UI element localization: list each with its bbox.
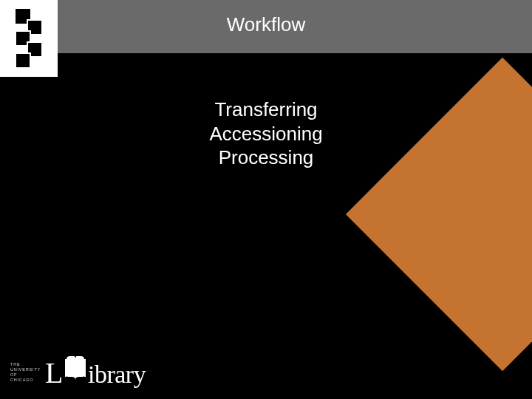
squares-icon (10, 7, 48, 69)
header-bar: Workflow (0, 0, 532, 53)
svg-rect-5 (65, 359, 66, 377)
svg-rect-4 (16, 53, 30, 68)
body-line: Accessioning (0, 122, 532, 146)
wordmark-rest: ibrary (88, 361, 146, 389)
body-line: Processing (0, 146, 532, 170)
institution-name: THE UNIVERSITY OF CHICAGO (10, 362, 41, 383)
institution-line: CHICAGO (10, 378, 41, 383)
corner-logo (0, 0, 58, 77)
institution-line: THE (10, 362, 41, 367)
svg-rect-6 (84, 359, 86, 377)
institution-line: OF (10, 372, 41, 378)
institution-line: UNIVERSITY (10, 367, 41, 372)
slide: Workflow Transferring Accessioning Proce… (0, 0, 532, 399)
slide-title: Workflow (59, 0, 473, 36)
wordmark-cap: L (45, 355, 63, 390)
library-wordmark: L ibrary (45, 355, 146, 390)
open-book-icon (64, 355, 86, 383)
footer-logo: THE UNIVERSITY OF CHICAGO L ibrary (10, 355, 146, 390)
body-line: Transferring (0, 98, 532, 122)
body-text: Transferring Accessioning Processing (0, 98, 532, 170)
